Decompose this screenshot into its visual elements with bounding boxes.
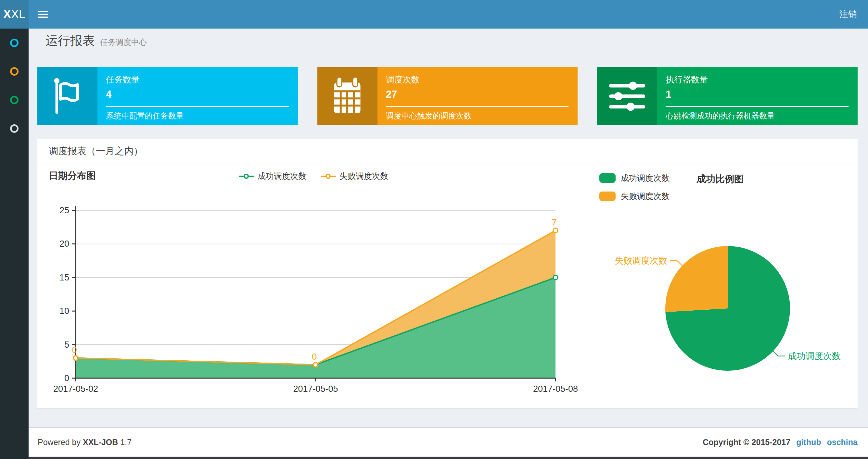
github-link[interactable]: github — [796, 437, 821, 447]
page-title: 运行报表 — [45, 32, 95, 49]
legend-item-fail[interactable]: 失败调度次数 — [321, 171, 388, 182]
date-distribution-chart[interactable]: 05101520252017-05-022017-05-052017-05-08… — [37, 190, 583, 401]
svg-text:0: 0 — [64, 373, 69, 383]
logo-bold-text: X — [3, 7, 11, 21]
xxl-job-dashboard: XXL 注销 运行报表 任务调度中心 任务数量 4 — [0, 0, 868, 459]
svg-text:7: 7 — [552, 217, 557, 227]
sidebar-item-1[interactable] — [0, 29, 29, 57]
card-value: 27 — [386, 89, 569, 100]
sidebar-item-4[interactable] — [0, 114, 29, 143]
sliders-icon — [597, 67, 657, 125]
card-content: 调度次数 27 调度中心触发的调度次数 — [377, 67, 578, 125]
legend-label: 失败调度次数 — [621, 191, 670, 202]
legend-label: 成功调度次数 — [258, 171, 306, 182]
calendar-icon — [317, 67, 377, 125]
powered-prefix: Powered by — [38, 437, 81, 447]
hamburger-icon — [38, 11, 48, 18]
card-executor-count: 执行器数量 1 心跳检测成功的执行器机器数量 — [597, 67, 858, 125]
copyright-text: Copyright © 2015-2017 — [703, 437, 790, 447]
svg-text:失败调度次数: 失败调度次数 — [615, 256, 667, 265]
report-panel: 调度报表（一月之内） 日期分布图 成功调度次数 失败调度次数 成功调度次数 — [37, 139, 858, 408]
footer: Powered by XXL-JOB 1.7 Copyright © 2015-… — [29, 427, 868, 456]
card-job-count: 任务数量 4 系统中配置的任务数量 — [37, 67, 298, 125]
line-chart-title: 日期分布图 — [49, 169, 96, 183]
sidebar-item-2[interactable] — [0, 57, 29, 86]
svg-text:成功调度次数: 成功调度次数 — [788, 351, 841, 361]
circle-outline-icon — [10, 124, 19, 133]
svg-text:2017-05-05: 2017-05-05 — [293, 384, 338, 394]
card-content: 执行器数量 1 心跳检测成功的执行器机器数量 — [657, 67, 858, 125]
legend-swatch-icon — [599, 173, 616, 183]
oschina-link[interactable]: oschina — [827, 437, 858, 447]
svg-text:0: 0 — [72, 345, 77, 355]
legend-label: 成功调度次数 — [621, 173, 670, 184]
sidebar-toggle-button[interactable] — [29, 0, 57, 29]
line-marker-icon — [321, 174, 336, 178]
svg-text:15: 15 — [59, 273, 69, 283]
legend-item-success[interactable]: 成功调度次数 — [239, 171, 306, 182]
circle-outline-icon — [10, 67, 19, 76]
svg-text:20: 20 — [59, 239, 69, 249]
card-description: 系统中配置的任务数量 — [106, 111, 289, 121]
stat-cards-row: 任务数量 4 系统中配置的任务数量 — [37, 67, 858, 125]
pie-legend-item-fail[interactable]: 失败调度次数 — [599, 191, 670, 202]
line-marker-icon — [239, 174, 254, 178]
legend-swatch-icon — [599, 192, 616, 201]
footer-right: Copyright © 2015-2017 github oschina — [703, 437, 858, 447]
sidebar — [0, 29, 29, 459]
svg-text:2017-05-08: 2017-05-08 — [533, 384, 578, 394]
svg-text:2017-05-02: 2017-05-02 — [53, 384, 98, 394]
success-ratio-chart[interactable]: 成功调度次数失败调度次数 — [577, 242, 858, 385]
brand-name: XXL-JOB — [83, 437, 118, 447]
line-chart-legend: 成功调度次数 失败调度次数 — [206, 171, 421, 182]
pie-chart-legend: 成功调度次数 失败调度次数 — [599, 173, 670, 202]
circle-outline-icon — [10, 96, 19, 104]
svg-text:5: 5 — [64, 340, 69, 350]
powered-by-text: Powered by XXL-JOB 1.7 — [38, 437, 131, 447]
sidebar-item-3[interactable] — [0, 86, 29, 114]
report-panel-body: 日期分布图 成功调度次数 失败调度次数 成功调度次数 失败调 — [37, 164, 858, 408]
card-label: 调度次数 — [386, 74, 569, 86]
logout-link[interactable]: 注销 — [828, 0, 868, 29]
report-panel-header: 调度报表（一月之内） — [37, 139, 858, 164]
report-panel-title: 调度报表（一月之内） — [49, 145, 143, 158]
card-divider — [665, 106, 848, 107]
card-divider — [386, 106, 569, 107]
logo-rest-text: XL — [11, 7, 25, 21]
version-number: 1.7 — [120, 437, 131, 447]
card-description: 调度中心触发的调度次数 — [386, 111, 569, 121]
card-content: 任务数量 4 系统中配置的任务数量 — [97, 67, 298, 125]
card-value: 1 — [665, 89, 849, 100]
card-label: 执行器数量 — [665, 74, 849, 86]
pie-legend-item-success[interactable]: 成功调度次数 — [599, 173, 670, 184]
flag-icon — [37, 67, 97, 125]
svg-text:10: 10 — [59, 306, 69, 316]
card-label: 任务数量 — [106, 74, 289, 86]
content-header: 运行报表 任务调度中心 — [45, 32, 147, 49]
app-logo[interactable]: XXL — [0, 0, 29, 29]
pie-chart-title: 成功比例图 — [696, 173, 744, 186]
svg-text:0: 0 — [312, 352, 317, 362]
card-description: 心跳检测成功的执行器机器数量 — [665, 111, 849, 121]
legend-label: 失败调度次数 — [339, 171, 388, 182]
top-navbar: XXL 注销 — [0, 0, 868, 29]
circle-outline-icon — [10, 39, 19, 47]
window-bottom-edge — [0, 457, 868, 459]
card-divider — [106, 106, 289, 107]
svg-text:25: 25 — [59, 205, 69, 215]
card-value: 4 — [106, 89, 289, 100]
card-trigger-count: 调度次数 27 调度中心触发的调度次数 — [317, 67, 578, 125]
page-subtitle: 任务调度中心 — [100, 37, 147, 47]
